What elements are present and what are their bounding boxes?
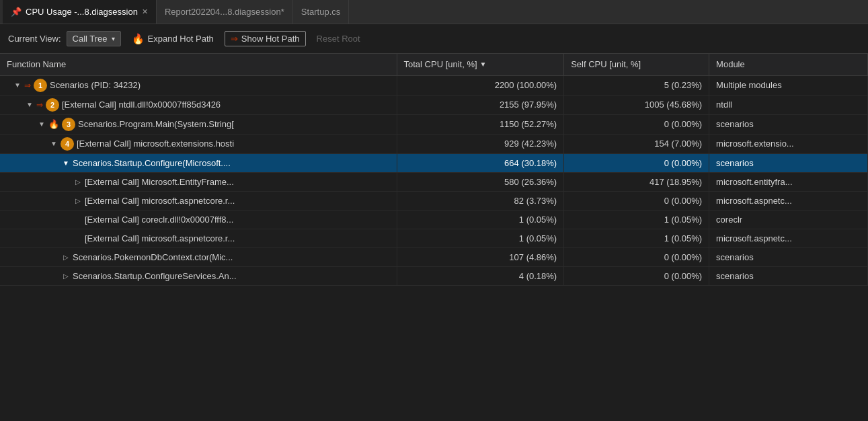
row-function-name: Scenarios.Startup.Configure(Microsoft...… [73,158,231,168]
cell-self-cpu: 0 (0.00%) [564,247,709,266]
table-row[interactable]: ▷Scenarios.PokemonDbContext.ctor(Mic...1… [0,247,868,266]
cell-function-name: [External Call] microsoft.aspnetcore.r..… [7,233,390,243]
cell-total-cpu: 2155 (97.95%) [397,95,564,114]
cell-function-name: ▼Scenarios.Startup.Configure(Microsoft..… [7,158,390,168]
cell-module: scenarios [709,153,868,172]
col-self-cpu[interactable]: Self CPU [unit, %] [564,54,709,75]
cell-self-cpu: 5 (0.23%) [564,75,709,95]
cell-self-cpu: 0 (0.00%) [564,191,709,210]
row-function-name: Scenarios (PID: 34232) [50,80,141,90]
expand-hot-path-button[interactable]: 🔥 Expand Hot Path [126,31,219,47]
cell-module: scenarios [709,266,868,285]
row-function-name: Scenarios.Startup.ConfigureServices.An..… [73,271,237,281]
tab-close-icon[interactable]: ✕ [142,7,148,16]
cell-module: ntdll [709,95,868,114]
col-function-name[interactable]: Function Name [0,54,397,75]
tab-cpu-diag[interactable]: 📌 CPU Usage -...8.diagsession ✕ [3,0,157,24]
table-row[interactable]: ▼Scenarios.Startup.Configure(Microsoft..… [0,153,868,172]
cell-module: microsoft.aspnetc... [709,191,868,210]
table-row[interactable]: ▷[External Call] Microsoft.EntityFrame..… [0,172,868,191]
tab-bar: 📌 CPU Usage -...8.diagsession ✕ Report20… [0,0,868,24]
cell-total-cpu: 929 (42.23%) [397,134,564,153]
reset-root-button[interactable]: Reset Root [311,32,366,46]
cell-module: coreclr [709,210,868,229]
table-row[interactable]: ▼🔥3Scenarios.Program.Main(System.String[… [0,114,868,134]
tab-report[interactable]: Report202204...8.diagsession* [157,0,293,24]
hotpath-row-icon: ⇒ [36,100,43,110]
cell-function-name: ▷[External Call] Microsoft.EntityFrame..… [7,177,390,187]
data-table: Function Name Total CPU [unit, %] ▼ Self… [0,54,868,286]
cell-function-name: ▷[External Call] microsoft.aspnetcore.r.… [7,196,390,206]
table-row[interactable]: [External Call] microsoft.aspnetcore.r..… [0,229,868,247]
cell-self-cpu: 417 (18.95%) [564,172,709,191]
chevron-down-icon: ▾ [112,35,115,42]
table-header-row: Function Name Total CPU [unit, %] ▼ Self… [0,54,868,75]
view-select-value: Call Tree [73,34,108,44]
cell-module: scenarios [709,247,868,266]
expand-arrow-icon[interactable]: ▷ [62,254,70,261]
pin-icon: 📌 [11,7,22,17]
row-function-name: [External Call] microsoft.aspnetcore.r..… [85,196,235,206]
cell-module: microsoft.extensio... [709,134,868,153]
cell-self-cpu: 1 (0.05%) [564,210,709,229]
cell-total-cpu: 664 (30.18%) [397,153,564,172]
cell-self-cpu: 0 (0.00%) [564,114,709,134]
table-container: Function Name Total CPU [unit, %] ▼ Self… [0,54,868,399]
table-row[interactable]: [External Call] coreclr.dll!0x00007fff8.… [0,210,868,229]
expand-arrow-icon[interactable]: ▷ [62,272,70,280]
cell-module: Multiple modules [709,75,868,95]
cell-self-cpu: 0 (0.00%) [564,153,709,172]
cell-total-cpu: 580 (26.36%) [397,172,564,191]
expand-arrow-icon[interactable]: ▼ [38,120,46,128]
current-view-label: Current View: [8,34,61,44]
cell-total-cpu: 1150 (52.27%) [397,114,564,134]
row-badge: 3 [62,118,75,131]
expand-arrow-icon[interactable]: ▼ [62,159,70,167]
tab-label: Startup.cs [301,7,341,17]
cell-module: microsoft.entityfra... [709,172,868,191]
col-self-cpu-label: Self CPU [unit, %] [571,59,641,69]
cell-total-cpu: 1 (0.05%) [397,210,564,229]
row-function-name: [External Call] microsoft.extensions.hos… [77,139,234,149]
row-function-name: [External Call] Microsoft.EntityFrame... [85,177,234,187]
cell-total-cpu: 4 (0.18%) [397,266,564,285]
view-select[interactable]: Call Tree ▾ [67,31,121,46]
expand-arrow-icon[interactable]: ▼ [50,140,58,147]
col-total-cpu[interactable]: Total CPU [unit, %] ▼ [397,54,564,75]
cell-function-name: ▼⇒1Scenarios (PID: 34232) [7,79,390,92]
expand-arrow-icon[interactable]: ▷ [74,197,82,204]
cell-total-cpu: 107 (4.86%) [397,247,564,266]
row-function-name: [External Call] coreclr.dll!0x00007fff8.… [85,215,233,225]
cell-self-cpu: 154 (7.00%) [564,134,709,153]
expand-arrow-icon[interactable]: ▼ [13,81,22,89]
cell-total-cpu: 2200 (100.00%) [397,75,564,95]
col-function-name-label: Function Name [7,59,66,69]
table-row[interactable]: ▼⇒2[External Call] ntdll.dll!0x00007ff85… [0,95,868,114]
tab-startup[interactable]: Startup.cs [293,0,350,24]
table-row[interactable]: ▷Scenarios.Startup.ConfigureServices.An.… [0,266,868,285]
table-row[interactable]: ▼⇒1Scenarios (PID: 34232)2200 (100.00%)5… [0,75,868,95]
row-badge: 1 [34,79,47,92]
show-hot-path-button[interactable]: ⇒ Show Hot Path [225,31,306,46]
cell-module: microsoft.aspnetc... [709,229,868,247]
row-function-name: Scenarios.PokemonDbContext.ctor(Mic... [73,252,233,262]
tab-label: Report202204...8.diagsession* [165,7,284,17]
row-function-name: [External Call] microsoft.aspnetcore.r..… [85,233,235,243]
expand-arrow-icon[interactable]: ▷ [74,178,82,186]
cell-total-cpu: 82 (3.73%) [397,191,564,210]
cell-self-cpu: 1005 (45.68%) [564,95,709,114]
fire-row-icon: 🔥 [48,119,59,129]
cell-module: scenarios [709,114,868,134]
toolbar: Current View: Call Tree ▾ 🔥 Expand Hot P… [0,24,868,54]
expand-arrow-icon[interactable]: ▼ [26,101,34,108]
cell-function-name: ▷Scenarios.Startup.ConfigureServices.An.… [7,271,390,281]
cell-function-name: [External Call] coreclr.dll!0x00007fff8.… [7,215,390,225]
table-row[interactable]: ▼4[External Call] microsoft.extensions.h… [0,134,868,153]
col-module[interactable]: Module [709,54,868,75]
row-badge: 4 [61,137,74,151]
table-row[interactable]: ▷[External Call] microsoft.aspnetcore.r.… [0,191,868,210]
col-total-cpu-label: Total CPU [unit, %] [404,59,477,69]
row-badge: 2 [46,98,59,112]
show-hot-path-label: Show Hot Path [241,34,300,44]
cell-function-name: ▼🔥3Scenarios.Program.Main(System.String[ [7,118,390,131]
